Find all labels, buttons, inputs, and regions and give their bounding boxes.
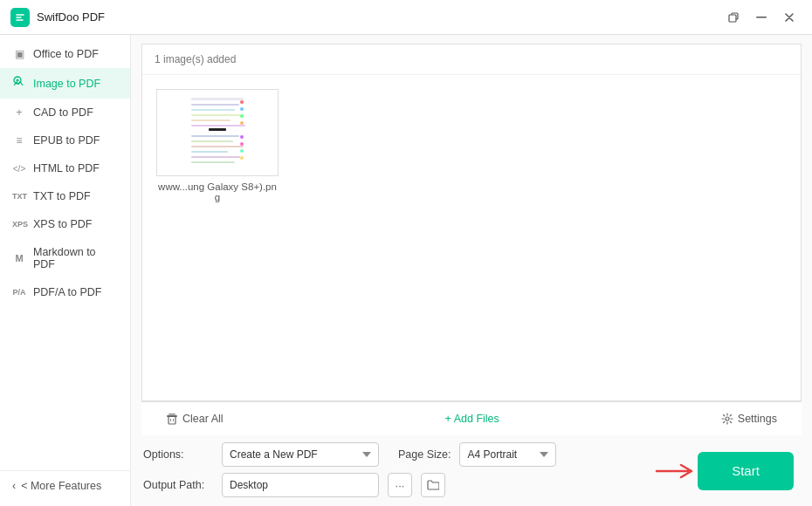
svg-rect-8 xyxy=(191,109,235,111)
svg-rect-11 xyxy=(191,125,245,126)
svg-rect-14 xyxy=(191,140,233,142)
settings-label: Settings xyxy=(738,413,777,425)
options-row: Options: Create a New PDF Merge All to O… xyxy=(143,442,678,467)
title-bar-controls xyxy=(721,5,802,30)
page-size-label: Page Size: xyxy=(398,448,451,461)
more-options-button[interactable]: ··· xyxy=(388,473,412,497)
file-zone-body: www...ung Galaxy S8+).png xyxy=(142,75,801,400)
chevron-left-icon: ‹ xyxy=(12,480,16,492)
svg-point-23 xyxy=(240,135,244,139)
more-features-label: < More Features xyxy=(21,480,101,492)
content-area: 1 image(s) added xyxy=(131,35,812,506)
output-path-label: Output Path: xyxy=(143,479,213,491)
clear-all-label: Clear All xyxy=(182,413,224,425)
image-icon xyxy=(12,76,26,91)
sidebar-item-office-to-pdf[interactable]: ▣ Office to PDF xyxy=(0,40,130,68)
title-bar-left: SwifDoo PDF xyxy=(10,8,105,27)
xps-icon: XPS xyxy=(12,220,26,229)
svg-rect-28 xyxy=(169,414,175,415)
svg-point-25 xyxy=(240,149,244,153)
restore-button[interactable] xyxy=(721,5,746,30)
options-bar: Options: Create a New PDF Merge All to O… xyxy=(131,435,690,506)
sidebar-item-image-to-pdf[interactable]: Image to PDF xyxy=(0,68,130,99)
svg-rect-13 xyxy=(191,135,239,137)
svg-rect-17 xyxy=(191,156,240,158)
svg-rect-15 xyxy=(191,146,244,147)
sidebar-item-label: Image to PDF xyxy=(33,78,100,90)
svg-rect-18 xyxy=(191,161,235,163)
svg-rect-2 xyxy=(756,17,767,18)
sidebar-item-label: Office to PDF xyxy=(33,48,99,60)
sidebar-item-cad-to-pdf[interactable]: + CAD to PDF xyxy=(0,99,130,126)
minimize-button[interactable] xyxy=(749,5,774,30)
bottom-area: Options: Create a New PDF Merge All to O… xyxy=(131,435,812,506)
file-thumb-img xyxy=(156,89,279,176)
svg-point-24 xyxy=(240,142,244,146)
svg-rect-10 xyxy=(191,120,231,121)
add-files-button[interactable]: + Add Files xyxy=(438,409,506,428)
html-icon: </> xyxy=(12,164,26,174)
sidebar-item-markdown-to-pdf[interactable]: M Markdown to PDF xyxy=(0,238,130,278)
svg-rect-1 xyxy=(729,15,736,22)
png-preview xyxy=(157,90,278,175)
office-icon: ▣ xyxy=(12,48,26,60)
settings-button[interactable]: Settings xyxy=(714,409,784,428)
output-path-row: Output Path: ··· xyxy=(143,473,678,497)
title-bar: SwifDoo PDF xyxy=(0,0,812,35)
cad-icon: + xyxy=(12,106,26,119)
browse-folder-button[interactable] xyxy=(421,473,445,497)
txt-icon: TXT xyxy=(12,192,26,201)
options-label: Options: xyxy=(143,448,213,461)
svg-rect-27 xyxy=(167,415,177,417)
svg-point-19 xyxy=(240,100,244,104)
bottom-left: Options: Create a New PDF Merge All to O… xyxy=(131,435,690,506)
bottom-right: Start xyxy=(690,435,812,506)
start-button[interactable]: Start xyxy=(698,452,794,490)
sidebar-item-label: CAD to PDF xyxy=(33,106,93,119)
file-zone: 1 image(s) added xyxy=(141,44,802,401)
app-title: SwifDoo PDF xyxy=(37,10,105,24)
svg-point-4 xyxy=(17,79,19,82)
svg-point-20 xyxy=(240,107,244,111)
svg-point-22 xyxy=(240,121,244,125)
clear-all-button[interactable]: Clear All xyxy=(159,409,231,428)
app-logo xyxy=(10,8,30,27)
sidebar-item-xps-to-pdf[interactable]: XPS XPS to PDF xyxy=(0,210,130,238)
add-files-label: + Add Files xyxy=(445,413,499,425)
svg-rect-7 xyxy=(191,104,239,106)
sidebar-item-html-to-pdf[interactable]: </> HTML to PDF xyxy=(0,154,130,182)
markdown-icon: M xyxy=(12,253,26,263)
epub-icon: ≡ xyxy=(12,134,26,147)
sidebar-item-label: Markdown to PDF xyxy=(33,246,118,270)
sidebar-item-label: TXT to PDF xyxy=(33,190,91,202)
page-size-select[interactable]: A4 Portrait A4 Landscape Letter Legal xyxy=(459,442,556,467)
action-bar: Clear All + Add Files Settings xyxy=(141,401,802,435)
options-select[interactable]: Create a New PDF Merge All to One PDF xyxy=(222,442,379,467)
svg-rect-16 xyxy=(191,151,228,153)
sidebar-item-label: EPUB to PDF xyxy=(33,134,100,147)
close-button[interactable] xyxy=(777,5,802,30)
file-thumbnail[interactable]: www...ung Galaxy S8+).png xyxy=(156,89,279,202)
sidebar-item-label: XPS to PDF xyxy=(33,218,92,230)
file-label: www...ung Galaxy S8+).png xyxy=(156,181,279,202)
more-features[interactable]: ‹ < More Features xyxy=(0,470,130,501)
sidebar-item-txt-to-pdf[interactable]: TXT TXT to PDF xyxy=(0,182,130,210)
svg-point-21 xyxy=(240,114,244,118)
main-layout: ▣ Office to PDF Image to PDF + CAD to PD… xyxy=(0,35,812,506)
sidebar: ▣ Office to PDF Image to PDF + CAD to PD… xyxy=(0,35,131,506)
svg-rect-9 xyxy=(191,114,242,116)
svg-rect-12 xyxy=(209,128,226,131)
svg-point-31 xyxy=(726,417,729,421)
file-zone-header: 1 image(s) added xyxy=(142,44,801,75)
sidebar-item-label: HTML to PDF xyxy=(33,162,100,174)
svg-rect-6 xyxy=(191,98,244,100)
output-path-input[interactable] xyxy=(222,473,379,497)
sidebar-item-pdfa-to-pdf[interactable]: P/A PDF/A to PDF xyxy=(0,278,130,306)
sidebar-item-label: PDF/A to PDF xyxy=(33,286,102,298)
sidebar-item-epub-to-pdf[interactable]: ≡ EPUB to PDF xyxy=(0,126,130,154)
pdfa-icon: P/A xyxy=(12,288,26,297)
svg-point-26 xyxy=(240,156,244,160)
